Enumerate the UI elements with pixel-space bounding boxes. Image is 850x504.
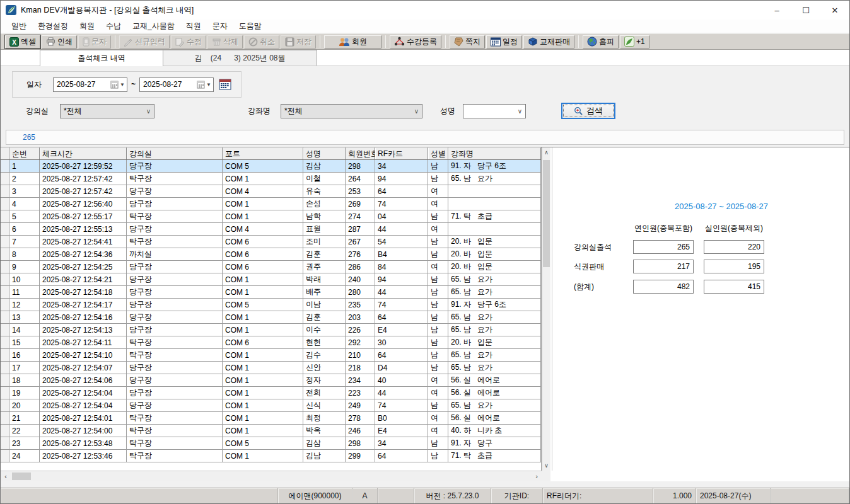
row-selector[interactable] [1, 210, 9, 222]
table-row[interactable]: 102025-08-27 12:54:21당구장COM 1박래24094남65.… [1, 273, 541, 286]
table-row[interactable]: 82025-08-27 12:54:36까치실COM 6김훈276B4남20. … [1, 248, 541, 261]
toolbar-separator [385, 35, 386, 48]
toolbar-button-note[interactable]: 쪽지 [450, 35, 485, 49]
date-from-input[interactable]: 2025-08-27 ▼ [53, 77, 127, 92]
row-selector[interactable] [1, 399, 9, 411]
row-selector[interactable] [1, 261, 9, 273]
row-selector[interactable] [1, 336, 9, 348]
column-header[interactable]: 순번 [9, 147, 40, 159]
course-select[interactable]: *전체 ∨ [281, 104, 422, 118]
row-selector[interactable] [1, 450, 9, 462]
table-row[interactable]: 32025-08-27 12:57:42당구장COM 4유숙25364여 [1, 185, 541, 198]
row-selector[interactable] [1, 185, 9, 197]
column-header[interactable]: 강좌명 [448, 147, 541, 159]
search-button[interactable]: 검색 [561, 103, 615, 119]
scroll-up-icon[interactable]: ∧ [542, 147, 550, 158]
table-row[interactable]: 192025-08-27 12:54:04당구장COM 1전희22344여56.… [1, 387, 541, 399]
close-button[interactable]: ✕ [820, 1, 849, 20]
row-selector[interactable] [1, 248, 9, 260]
row-selector[interactable] [1, 299, 9, 311]
toolbar-button-register[interactable]: 수강등록 [390, 35, 441, 49]
row-selector[interactable] [1, 173, 9, 185]
toolbar-button-leaf[interactable]: +1 [620, 35, 649, 49]
table-row[interactable]: 222025-08-27 12:54:00탁구장COM 1박옥246E4여40.… [1, 425, 541, 437]
row-selector[interactable] [1, 425, 9, 437]
column-header[interactable]: 포트 [223, 147, 303, 159]
table-row[interactable]: 182025-08-27 12:54:06당구장COM 1정자23440여56.… [1, 374, 541, 387]
table-row[interactable]: 122025-08-27 12:54:17당구장COM 5이남23574남91.… [1, 299, 541, 311]
vertical-scrollbar[interactable]: ∧ ∨ [542, 147, 550, 471]
column-header[interactable]: 강의실 [127, 147, 223, 159]
table-row[interactable]: 72025-08-27 12:54:41탁구장COM 6조미26754남20. … [1, 236, 541, 248]
table-row[interactable]: 232025-08-27 12:53:48탁구장COM 5김삼29834남91.… [1, 437, 541, 450]
menu-item[interactable]: 수납 [100, 20, 127, 33]
minimize-button[interactable]: – [762, 1, 791, 20]
toolbar-button-globe[interactable]: 홈피 [583, 35, 619, 49]
table-row[interactable]: 172025-08-27 12:54:07당구장COM 1신안218D4남65.… [1, 362, 541, 374]
toolbar-button-excel[interactable]: X엑셀 [5, 35, 40, 49]
column-header[interactable]: 체크시간 [40, 147, 127, 159]
toolbar-button-print[interactable]: 인쇄 [42, 35, 77, 49]
table-row[interactable]: 242025-08-27 12:53:46탁구장COM 1김남29964남71.… [1, 450, 541, 462]
table-row[interactable]: 62025-08-27 12:55:13당구장COM 4표월28744여 [1, 223, 541, 236]
maximize-button[interactable]: ☐ [791, 1, 820, 20]
column-header[interactable]: 회원번호 [346, 147, 375, 159]
column-header[interactable]: RF카드 [375, 147, 428, 159]
row-selector[interactable] [1, 236, 9, 248]
row-selector[interactable] [1, 160, 9, 172]
hscroll-thumb[interactable] [12, 472, 31, 480]
scroll-down-icon[interactable]: ∨ [542, 461, 550, 471]
calendar-picker-button[interactable] [219, 79, 231, 90]
room-select[interactable]: *전체 ∨ [60, 104, 154, 118]
table-row[interactable]: 162025-08-27 12:54:10탁구장COM 1김수21064남65.… [1, 349, 541, 362]
date-to-input[interactable]: 2025-08-27 ▼ [139, 77, 214, 92]
toolbar-button-member[interactable]: 회원 [324, 35, 381, 49]
row-selector[interactable] [1, 437, 9, 449]
tab-attendance-list[interactable]: 출석체크 내역 [40, 50, 163, 66]
toolbar-button-book[interactable]: 교재판매 [523, 35, 574, 49]
date-dropdown-arrow-icon[interactable]: ▼ [206, 82, 211, 88]
tab-member-month[interactable]: 김 (24 3) 2025년 08월 [163, 50, 317, 66]
row-selector[interactable] [1, 311, 9, 323]
table-row[interactable]: 22025-08-27 12:57:42탁구장COM 1이철26494남65. … [1, 173, 541, 185]
row-selector[interactable] [1, 324, 9, 336]
table-row[interactable]: 142025-08-27 12:54:13당구장COM 1이수226E4남65.… [1, 324, 541, 336]
table-row[interactable]: 92025-08-27 12:54:25당구장COM 6권주28684여20. … [1, 261, 541, 273]
menu-item[interactable]: 교재_사물함 [127, 20, 180, 33]
table-row[interactable]: 132025-08-27 12:54:16당구장COM 1김훈20364남65.… [1, 311, 541, 324]
table-row[interactable]: 12025-08-27 12:59:52당구장COM 5김삼29834남91. … [1, 160, 541, 173]
column-header[interactable] [1, 147, 9, 159]
table-row[interactable]: 112025-08-27 12:54:18당구장COM 1배주28044남65.… [1, 286, 541, 299]
scroll-left-icon[interactable]: ‹ [1, 471, 11, 481]
menu-item[interactable]: 회원 [74, 20, 100, 33]
menu-item[interactable]: 환경설정 [32, 20, 74, 33]
table-row[interactable]: 212025-08-27 12:54:01탁구장COM 1최정278B0여56.… [1, 412, 541, 425]
scroll-right-icon[interactable]: › [532, 471, 542, 481]
toolbar-button-calendar[interactable]: 일정 [486, 35, 522, 49]
row-selector[interactable] [1, 387, 9, 399]
menu-item[interactable]: 문자 [207, 20, 233, 33]
table-row[interactable]: 42025-08-27 12:56:40당구장COM 1손성26974여 [1, 198, 541, 210]
horizontal-scrollbar[interactable]: ‹ › [1, 471, 542, 481]
cell: 남 [428, 286, 448, 298]
row-selector[interactable] [1, 374, 9, 386]
row-selector[interactable] [1, 286, 9, 298]
row-selector[interactable] [1, 349, 9, 361]
row-selector[interactable] [1, 198, 9, 210]
menu-item[interactable]: 도움말 [233, 20, 267, 33]
row-selector[interactable] [1, 412, 9, 424]
vscroll-thumb[interactable] [543, 160, 550, 267]
table-row[interactable]: 52025-08-27 12:55:17탁구장COM 1남학27404남71. … [1, 210, 541, 223]
date-dropdown-arrow-icon[interactable]: ▼ [120, 82, 125, 88]
column-header[interactable]: 성별 [428, 147, 448, 159]
menu-item[interactable]: 일반 [6, 20, 32, 33]
row-selector[interactable] [1, 362, 9, 374]
column-header[interactable]: 성명 [303, 147, 346, 159]
name-select[interactable]: ∨ [463, 104, 526, 118]
menu-item[interactable]: 직원 [180, 20, 207, 33]
table-row[interactable]: 202025-08-27 12:54:04당구장COM 1신식24974남65.… [1, 399, 541, 412]
row-selector[interactable] [1, 223, 9, 235]
table-row[interactable]: 152025-08-27 12:54:11탁구장COM 6현헌29230남20.… [1, 336, 541, 349]
toolbar-button-label: 엑셀 [21, 37, 36, 47]
row-selector[interactable] [1, 273, 9, 285]
